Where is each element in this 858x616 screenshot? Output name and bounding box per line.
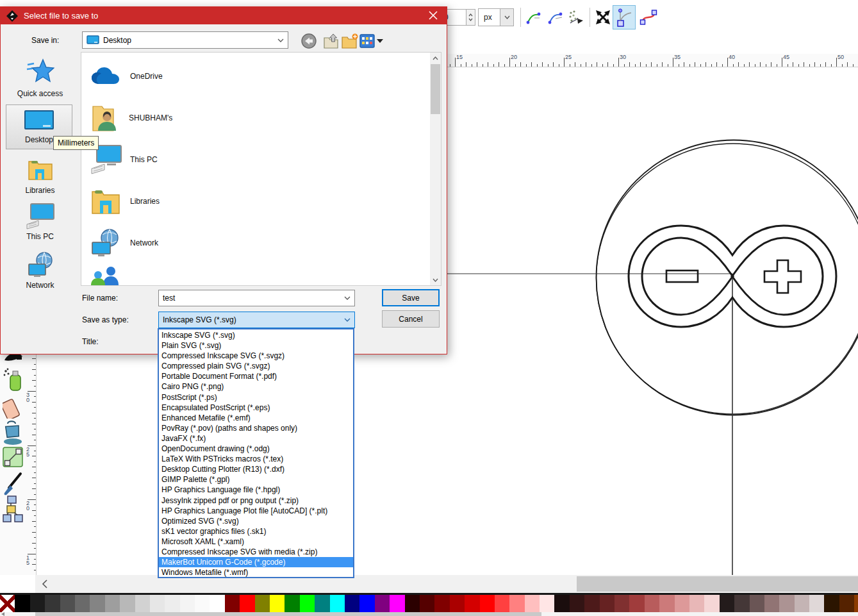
spray-tool-icon[interactable] bbox=[3, 367, 23, 393]
file-type-option[interactable]: Portable Document Format (*.pdf) bbox=[159, 371, 353, 381]
palette-scrollbar[interactable] bbox=[0, 612, 858, 616]
palette-swatch[interactable] bbox=[30, 595, 45, 612]
palette-swatch[interactable] bbox=[465, 595, 479, 612]
file-type-option[interactable]: Optimized SVG (*.svg) bbox=[159, 516, 353, 526]
file-list-scrollbar[interactable] bbox=[430, 53, 441, 285]
transform-handles-button[interactable] bbox=[593, 8, 613, 27]
palette-swatch[interactable] bbox=[330, 595, 345, 612]
file-type-option[interactable]: JavaFX (*.fx) bbox=[159, 433, 353, 444]
palette-swatch[interactable] bbox=[150, 595, 165, 612]
palette-swatch[interactable] bbox=[210, 595, 224, 612]
palette-swatch[interactable] bbox=[120, 595, 135, 612]
fill-bucket-tool-icon[interactable] bbox=[2, 419, 24, 445]
up-folder-icon[interactable] bbox=[323, 33, 340, 49]
file-type-option[interactable]: HP Graphics Language file (*.hpgl) bbox=[159, 485, 353, 495]
palette-swatch[interactable] bbox=[255, 595, 270, 612]
file-type-option[interactable]: MakerBot Unicorn G-Code (*.gcode) bbox=[159, 557, 353, 567]
palette-swatch[interactable] bbox=[570, 595, 584, 612]
sidebar-item-network[interactable]: Network bbox=[10, 251, 70, 290]
save-as-type-dropdown[interactable]: Inkscape SVG (*.svg) bbox=[158, 312, 355, 328]
file-type-option[interactable]: Enhanced Metafile (*.emf) bbox=[159, 413, 353, 423]
palette-swatch[interactable] bbox=[300, 595, 315, 612]
palette-swatch[interactable] bbox=[795, 595, 809, 612]
file-type-option[interactable]: Windows Metafile (*.wmf) bbox=[159, 567, 353, 578]
sidebar-item-this-pc[interactable]: This PC bbox=[10, 203, 70, 241]
palette-swatch[interactable] bbox=[689, 595, 704, 612]
palette-swatch[interactable] bbox=[195, 595, 210, 612]
eraser-tool-icon[interactable] bbox=[3, 394, 23, 419]
palette-swatch[interactable] bbox=[105, 595, 120, 612]
palette-swatch[interactable] bbox=[180, 595, 195, 612]
scroll-up-icon[interactable] bbox=[433, 56, 438, 60]
palette-swatch-none[interactable] bbox=[0, 595, 15, 612]
palette-swatch[interactable] bbox=[420, 595, 434, 612]
palette-swatch[interactable] bbox=[15, 595, 29, 612]
connector-tool-icon[interactable] bbox=[3, 495, 24, 522]
node-smooth-button[interactable] bbox=[524, 8, 543, 27]
save-button[interactable]: Save bbox=[382, 289, 440, 306]
file-type-option[interactable]: Desktop Cutting Plotter (R13) (*.dxf) bbox=[159, 464, 353, 474]
new-folder-icon[interactable] bbox=[341, 33, 359, 49]
palette-swatch[interactable] bbox=[495, 595, 509, 612]
palette-swatch[interactable] bbox=[165, 595, 179, 612]
file-type-option[interactable]: Microsoft XAML (*.xaml) bbox=[159, 537, 353, 547]
palette-swatch[interactable] bbox=[450, 595, 465, 612]
dropper-tool-icon[interactable] bbox=[3, 471, 23, 497]
palette-scroll-left-icon[interactable] bbox=[1, 612, 6, 616]
node-symmetric-button[interactable] bbox=[546, 8, 565, 27]
spinbox-stepper[interactable] bbox=[466, 9, 475, 26]
palette-swatch[interactable] bbox=[600, 595, 615, 612]
palette-swatch[interactable] bbox=[704, 595, 719, 612]
palette-swatch[interactable] bbox=[854, 595, 858, 612]
sidebar-item-quick-access[interactable]: Quick access bbox=[10, 57, 70, 98]
palette-swatch[interactable] bbox=[359, 595, 374, 612]
view-menu-button[interactable] bbox=[359, 33, 385, 49]
file-type-option[interactable]: PostScript (*.ps) bbox=[159, 392, 353, 403]
file-item-libraries[interactable]: Libraries bbox=[81, 183, 427, 220]
file-item-user-folder[interactable]: SHUBHAM's bbox=[81, 99, 427, 137]
palette-swatch[interactable] bbox=[434, 595, 449, 612]
palette-swatch[interactable] bbox=[225, 595, 240, 612]
file-item-homegroup-partial[interactable] bbox=[81, 266, 427, 286]
file-type-option[interactable]: HP Graphics Language Plot file [AutoCAD]… bbox=[159, 506, 353, 516]
close-icon[interactable] bbox=[429, 11, 438, 20]
palette-swatch[interactable] bbox=[75, 595, 90, 612]
palette-swatch[interactable] bbox=[584, 595, 599, 612]
sidebar-item-libraries[interactable]: Libraries bbox=[10, 156, 70, 195]
file-type-option[interactable]: Plain SVG (*.svg) bbox=[159, 340, 353, 351]
palette-swatch[interactable] bbox=[90, 595, 104, 612]
file-type-option[interactable]: OpenDocument drawing (*.odg) bbox=[159, 444, 353, 454]
palette-swatch[interactable] bbox=[809, 595, 824, 612]
palette-swatch[interactable] bbox=[839, 595, 854, 612]
palette-swatch[interactable] bbox=[270, 595, 285, 612]
palette-swatch[interactable] bbox=[480, 595, 495, 612]
save-in-dropdown[interactable]: Desktop bbox=[82, 31, 288, 49]
file-item-this-pc[interactable]: This PC bbox=[81, 141, 427, 178]
palette-swatch[interactable] bbox=[540, 595, 554, 612]
palette-swatch[interactable] bbox=[135, 595, 150, 612]
palette-swatch[interactable] bbox=[390, 595, 404, 612]
object-to-path-button[interactable] bbox=[566, 8, 586, 27]
back-button-icon[interactable] bbox=[301, 33, 317, 49]
file-type-option[interactable]: Compressed Inkscape SVG (*.svgz) bbox=[159, 351, 353, 361]
file-type-option[interactable]: Inkscape SVG (*.svg) bbox=[159, 330, 353, 340]
file-type-option[interactable]: Encapsulated PostScript (*.eps) bbox=[159, 403, 353, 413]
palette-swatch[interactable] bbox=[405, 595, 420, 612]
palette-swatch[interactable] bbox=[675, 595, 689, 612]
palette-swatch[interactable] bbox=[375, 595, 390, 612]
file-type-option[interactable]: JessyInk zipped pdf or png output (*.zip… bbox=[159, 495, 353, 506]
palette-scrollbar-thumb[interactable] bbox=[35, 612, 541, 616]
file-type-option[interactable]: Compressed plain SVG (*.svgz) bbox=[159, 361, 353, 371]
palette-swatch[interactable] bbox=[720, 595, 734, 612]
palette-swatch[interactable] bbox=[509, 595, 524, 612]
palette-swatch[interactable] bbox=[45, 595, 60, 612]
file-type-option[interactable]: Compressed Inkscape SVG with media (*.zi… bbox=[159, 547, 353, 557]
palette-swatch[interactable] bbox=[315, 595, 329, 612]
palette-swatch[interactable] bbox=[750, 595, 764, 612]
scroll-left-icon[interactable] bbox=[42, 579, 48, 588]
file-type-option[interactable]: Cairo PNG (*.png) bbox=[159, 381, 353, 392]
path-outline-button[interactable] bbox=[638, 8, 659, 27]
palette-swatch[interactable] bbox=[240, 595, 254, 612]
file-item-network[interactable]: Network bbox=[81, 224, 427, 262]
show-handles-button[interactable] bbox=[613, 5, 636, 29]
